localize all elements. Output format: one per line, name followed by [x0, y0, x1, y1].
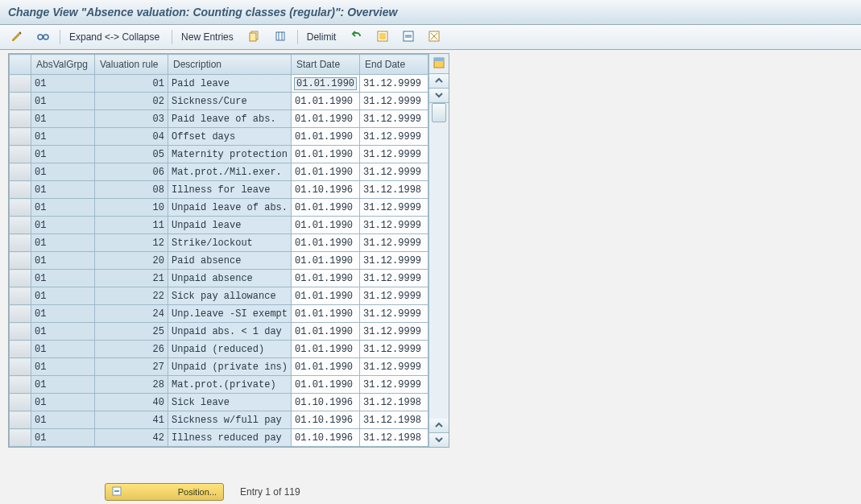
scroll-track[interactable]	[429, 103, 449, 419]
cell-absvalgrpg[interactable]: 01	[31, 358, 95, 376]
cell-end-date[interactable]: 31.12.9999	[360, 199, 428, 217]
row-selector[interactable]	[10, 163, 31, 181]
row-selector[interactable]	[10, 128, 31, 146]
cell-end-date[interactable]: 31.12.9999	[360, 217, 428, 234]
table-row[interactable]: 0105Maternity protection01.01.199031.12.…	[10, 146, 428, 163]
cell-valuation-rule[interactable]: 10	[95, 199, 168, 217]
cell-start-date[interactable]: 01.01.1990	[292, 146, 360, 163]
scroll-down-step-button[interactable]	[429, 89, 449, 103]
select-all-button[interactable]	[370, 28, 395, 46]
cell-absvalgrpg[interactable]: 01	[31, 110, 95, 128]
cell-end-date[interactable]: 31.12.9999	[360, 358, 428, 376]
cell-description[interactable]: Unpaid leave	[168, 217, 292, 234]
table-row[interactable]: 0101Paid leave01.01.199031.12.9999	[10, 75, 428, 93]
col-valuation-rule[interactable]: Valuation rule	[95, 55, 168, 75]
row-selector[interactable]	[10, 146, 31, 163]
row-selector[interactable]	[10, 110, 31, 128]
cell-start-date[interactable]: 01.01.1990	[292, 358, 360, 376]
cell-start-date[interactable]: 01.01.1990	[292, 199, 360, 217]
cell-description[interactable]: Unpaid absence	[168, 270, 292, 287]
cell-description[interactable]: Unp.leave -SI exempt	[168, 305, 292, 323]
new-entries-button[interactable]: New Entries	[177, 28, 241, 46]
cell-description[interactable]: Illness reduced pay	[168, 429, 292, 447]
cell-absvalgrpg[interactable]: 01	[31, 252, 95, 270]
cell-valuation-rule[interactable]: 03	[95, 110, 168, 128]
row-selector[interactable]	[10, 394, 31, 411]
cell-description[interactable]: Unpaid leave of abs.	[168, 199, 292, 217]
table-row[interactable]: 0106Mat.prot./Mil.exer.01.01.199031.12.9…	[10, 163, 428, 181]
cell-valuation-rule[interactable]: 26	[95, 341, 168, 358]
other-view-button[interactable]	[31, 28, 55, 46]
select-block-button[interactable]	[396, 28, 420, 46]
cell-valuation-rule[interactable]: 24	[95, 305, 168, 323]
cell-valuation-rule[interactable]: 01	[95, 75, 168, 93]
cell-end-date[interactable]: 31.12.9999	[360, 146, 428, 163]
cell-start-date[interactable]: 01.01.1990	[292, 75, 360, 93]
cell-end-date[interactable]: 31.12.9999	[360, 93, 428, 110]
cell-start-date[interactable]: 01.10.1996	[292, 394, 360, 411]
table-row[interactable]: 0104Offset days01.01.199031.12.9999	[10, 128, 428, 146]
scroll-thumb[interactable]	[432, 103, 446, 122]
cell-absvalgrpg[interactable]: 01	[31, 93, 95, 110]
cell-description[interactable]: Sickness/Cure	[168, 93, 292, 110]
cell-valuation-rule[interactable]: 02	[95, 93, 168, 110]
cell-valuation-rule[interactable]: 06	[95, 163, 168, 181]
cell-end-date[interactable]: 31.12.1998	[360, 181, 428, 199]
cell-start-date[interactable]: 01.10.1996	[292, 429, 360, 447]
cell-valuation-rule[interactable]: 21	[95, 270, 168, 287]
cell-description[interactable]: Illness for leave	[168, 181, 292, 199]
table-row[interactable]: 0127Unpaid (private ins)01.01.199031.12.…	[10, 358, 428, 376]
row-selector[interactable]	[10, 75, 31, 93]
cell-description[interactable]: Strike/lockout	[168, 234, 292, 252]
cell-absvalgrpg[interactable]: 01	[31, 234, 95, 252]
table-row[interactable]: 0102Sickness/Cure01.01.199031.12.9999	[10, 93, 428, 110]
cell-absvalgrpg[interactable]: 01	[31, 411, 95, 429]
row-selector[interactable]	[10, 305, 31, 323]
cell-valuation-rule[interactable]: 25	[95, 323, 168, 341]
cell-absvalgrpg[interactable]: 01	[31, 75, 95, 93]
cell-description[interactable]: Maternity protection	[168, 146, 292, 163]
cell-description[interactable]: Unpaid (reduced)	[168, 341, 292, 358]
cell-description[interactable]: Sick pay allowance	[168, 287, 292, 305]
table-row[interactable]: 0141Sickness w/full pay01.10.199631.12.1…	[10, 411, 428, 429]
toggle-display-change-button[interactable]	[5, 28, 29, 46]
cell-absvalgrpg[interactable]: 01	[31, 323, 95, 341]
cell-end-date[interactable]: 31.12.1998	[360, 411, 428, 429]
row-selector[interactable]	[10, 376, 31, 394]
cell-end-date[interactable]: 31.12.9999	[360, 110, 428, 128]
table-row[interactable]: 0110Unpaid leave of abs.01.01.199031.12.…	[10, 199, 428, 217]
table-row[interactable]: 0120Paid absence01.01.199031.12.9999	[10, 252, 428, 270]
cell-valuation-rule[interactable]: 11	[95, 217, 168, 234]
cell-start-date[interactable]: 01.01.1990	[292, 376, 360, 394]
cell-start-date[interactable]: 01.01.1990	[292, 93, 360, 110]
cell-start-date[interactable]: 01.01.1990	[292, 234, 360, 252]
cell-end-date[interactable]: 31.12.9999	[360, 252, 428, 270]
cell-valuation-rule[interactable]: 04	[95, 128, 168, 146]
cell-description[interactable]: Mat.prot./Mil.exer.	[168, 163, 292, 181]
cell-end-date[interactable]: 31.12.9999	[360, 305, 428, 323]
cell-start-date[interactable]: 01.10.1996	[292, 181, 360, 199]
cell-end-date[interactable]: 31.12.9999	[360, 287, 428, 305]
row-selector[interactable]	[10, 287, 31, 305]
table-row[interactable]: 0140Sick leave01.10.199631.12.1998	[10, 394, 428, 411]
cell-start-date[interactable]: 01.01.1990	[292, 163, 360, 181]
cell-valuation-rule[interactable]: 40	[95, 394, 168, 411]
row-selector[interactable]	[10, 358, 31, 376]
table-row[interactable]: 0112Strike/lockout01.01.199031.12.9999	[10, 234, 428, 252]
table-row[interactable]: 0103Paid leave of abs.01.01.199031.12.99…	[10, 110, 428, 128]
cell-description[interactable]: Unpaid (private ins)	[168, 358, 292, 376]
cell-start-date[interactable]: 01.01.1990	[292, 270, 360, 287]
cell-start-date[interactable]: 01.01.1990	[292, 323, 360, 341]
delete-button[interactable]	[268, 28, 292, 46]
cell-valuation-rule[interactable]: 08	[95, 181, 168, 199]
copy-as-button[interactable]	[242, 28, 267, 46]
cell-end-date[interactable]: 31.12.9999	[360, 75, 428, 93]
col-select[interactable]	[10, 55, 31, 75]
cell-end-date[interactable]: 31.12.1998	[360, 429, 428, 447]
cell-absvalgrpg[interactable]: 01	[31, 217, 95, 234]
scroll-up-step-button[interactable]	[429, 419, 449, 433]
table-row[interactable]: 0122Sick pay allowance01.01.199031.12.99…	[10, 287, 428, 305]
cell-description[interactable]: Paid leave of abs.	[168, 110, 292, 128]
cell-description[interactable]: Paid absence	[168, 252, 292, 270]
cell-description[interactable]: Paid leave	[168, 75, 292, 93]
